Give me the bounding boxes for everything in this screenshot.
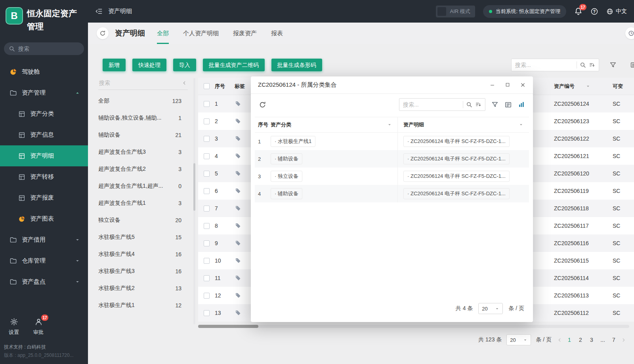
row-checkbox[interactable]: [204, 240, 210, 246]
detail-chip[interactable]: · ZC202506124 电子秤 SC-FZ-F5-DZC-1...: [403, 188, 510, 199]
sidebar-search[interactable]: [4, 42, 84, 55]
category-item[interactable]: 水驻极生产线112: [98, 297, 188, 314]
column-settings-button[interactable]: [504, 101, 512, 109]
detail-chip[interactable]: · ZC202506124 电子秤 SC-FZ-F5-DZC-1...: [403, 171, 510, 182]
sidebar-item-asset-management[interactable]: 资产管理: [0, 82, 88, 103]
category-item[interactable]: 独立设备20: [98, 212, 188, 229]
more-options-button[interactable]: [630, 61, 634, 69]
category-item[interactable]: 全部123: [98, 92, 188, 109]
batch-barcode-button[interactable]: 批量生成条形码: [271, 59, 322, 71]
table-search-input[interactable]: [515, 62, 574, 68]
page-size-select[interactable]: 20: [506, 334, 531, 345]
column-menu-icon[interactable]: [586, 84, 590, 89]
category-item[interactable]: 水驻极生产线213: [98, 280, 188, 297]
column-menu-icon[interactable]: [387, 122, 392, 127]
row-checkbox[interactable]: [204, 188, 210, 194]
collapse-panel-icon[interactable]: [182, 80, 187, 86]
sidebar-search-input[interactable]: [18, 46, 90, 52]
batch-qrcode-button[interactable]: 批量生成资产二维码: [203, 59, 265, 71]
column-menu-icon[interactable]: [519, 122, 523, 127]
maximize-button[interactable]: [505, 82, 510, 88]
import-button[interactable]: 导入: [173, 59, 196, 71]
sort-filter-icon[interactable]: [475, 101, 481, 108]
category-item[interactable]: 超声波复合生产线23: [98, 160, 188, 177]
page-7[interactable]: 7: [609, 337, 619, 343]
category-chip[interactable]: · 辅助设备: [271, 188, 302, 199]
row-checkbox[interactable]: [204, 275, 210, 281]
collapse-sidebar-button[interactable]: [95, 8, 103, 15]
dialog-page-size-select[interactable]: 20: [478, 303, 503, 314]
sidebar-item-warehouse[interactable]: 仓库管理: [0, 250, 88, 271]
row-checkbox[interactable]: [204, 153, 210, 159]
category-item[interactable]: 超声波复合生产线1,超声...0: [98, 177, 188, 194]
sort-filter-icon[interactable]: [589, 62, 595, 68]
history-button[interactable]: [625, 27, 634, 39]
filter-button[interactable]: [609, 61, 617, 69]
category-search-input[interactable]: [99, 80, 180, 86]
page-1[interactable]: 1: [565, 337, 574, 343]
settings-button[interactable]: 设置: [9, 318, 19, 336]
detail-chip[interactable]: · ZC202506124 电子秤 SC-FZ-F5-DZC-1...: [403, 136, 510, 147]
sidebar-item-asset-chart[interactable]: 资产图表: [0, 208, 88, 229]
search-icon[interactable]: [580, 62, 586, 68]
row-checkbox[interactable]: [204, 136, 210, 142]
search-icon[interactable]: [466, 101, 472, 108]
category-item[interactable]: 辅助设备21: [98, 126, 188, 143]
sidebar-item-asset-scrap[interactable]: 资产报废: [0, 187, 88, 208]
notifications-button[interactable]: 17: [574, 7, 582, 15]
dialog-row[interactable]: 4 · 辅助设备 · ZC202506124 电子秤 SC-FZ-F5-DZC-…: [255, 185, 529, 202]
refresh-button[interactable]: [259, 101, 266, 109]
prev-page-button[interactable]: [556, 337, 563, 343]
row-checkbox[interactable]: [204, 171, 210, 177]
page-2[interactable]: 2: [576, 337, 585, 343]
horizontal-scrollbar[interactable]: [198, 325, 629, 328]
dialog-row[interactable]: 1 · 水驻极生产线1 · ZC202506124 电子秤 SC-FZ-F5-D…: [255, 133, 529, 150]
category-item[interactable]: 超声波复合生产线13: [98, 194, 188, 212]
dialog-row[interactable]: 3 · 独立设备 · ZC202506124 电子秤 SC-FZ-F5-DZC-…: [255, 168, 529, 185]
row-checkbox[interactable]: [204, 258, 210, 264]
row-checkbox[interactable]: [204, 293, 210, 299]
filter-button[interactable]: [491, 101, 498, 108]
row-checkbox[interactable]: [204, 206, 210, 212]
chart-view-button[interactable]: [518, 101, 525, 108]
sidebar-item-asset-transfer[interactable]: 资产转移: [0, 166, 88, 187]
close-button[interactable]: [520, 82, 526, 88]
category-chip[interactable]: · 辅助设备: [271, 153, 302, 164]
category-search[interactable]: [98, 78, 188, 90]
category-item[interactable]: 辅助设备,独立设备,辅助...1: [98, 109, 188, 126]
dialog-search[interactable]: [399, 98, 485, 111]
category-chip[interactable]: · 水驻极生产线1: [271, 136, 315, 147]
scrollbar-thumb[interactable]: [198, 325, 258, 328]
approval-button[interactable]: 17 审批: [33, 318, 44, 336]
row-checkbox[interactable]: [204, 101, 210, 107]
row-checkbox[interactable]: [204, 118, 210, 124]
quick-process-button[interactable]: 快速处理: [132, 59, 166, 71]
add-button[interactable]: 新增: [103, 59, 126, 71]
sidebar-item-asset-category[interactable]: 资产分类: [0, 103, 88, 124]
category-item[interactable]: 水驻极生产线515: [98, 229, 188, 246]
air-mode-toggle[interactable]: AIR 模式: [436, 6, 475, 17]
category-scrollbar[interactable]: [193, 78, 195, 324]
tab-report[interactable]: 报表: [271, 23, 283, 44]
page-3[interactable]: 3: [587, 337, 596, 343]
detail-chip[interactable]: · ZC202506124 电子秤 SC-FZ-F5-DZC-1...: [403, 153, 510, 164]
dialog-row[interactable]: 2 · 辅助设备 · ZC202506124 电子秤 SC-FZ-F5-DZC-…: [255, 150, 529, 168]
category-item[interactable]: 水驻极生产线416: [98, 246, 188, 263]
refresh-button[interactable]: [97, 27, 109, 39]
category-item[interactable]: 水驻极生产线316: [98, 263, 188, 280]
minimize-button[interactable]: [489, 82, 495, 88]
row-checkbox[interactable]: [204, 223, 210, 229]
next-page-button[interactable]: [620, 337, 627, 343]
select-all-checkbox[interactable]: [204, 83, 210, 89]
dialog-search-input[interactable]: [403, 101, 460, 108]
category-item[interactable]: 超声波复合生产线33: [98, 143, 188, 160]
category-chip[interactable]: · 独立设备: [271, 171, 302, 182]
language-switch[interactable]: 中文: [606, 8, 627, 15]
sidebar-item-asset-borrow[interactable]: 资产借用: [0, 229, 88, 250]
table-search[interactable]: [511, 59, 599, 71]
sidebar-item-asset-detail[interactable]: 资产明细: [0, 145, 88, 166]
tab-personal-assets[interactable]: 个人资产明细: [183, 23, 219, 44]
sidebar-item-asset-info[interactable]: 资产信息: [0, 124, 88, 145]
sidebar-item-asset-inventory[interactable]: 资产盘点: [0, 271, 88, 292]
scrollbar-thumb[interactable]: [193, 163, 195, 211]
